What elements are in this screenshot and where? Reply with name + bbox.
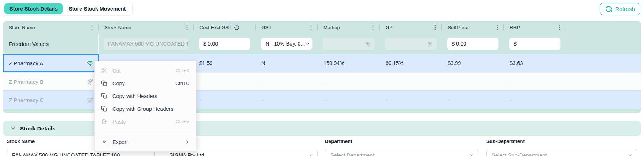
gst-cell[interactable]: - <box>256 91 318 109</box>
menu-item-label: Cut <box>112 68 121 74</box>
sell-price-cell[interactable]: - <box>442 91 504 109</box>
column-header-markup[interactable]: Markup ⋮ <box>318 21 380 34</box>
refresh-label: Refresh <box>615 6 635 12</box>
sell-price-cell[interactable]: - <box>442 73 504 91</box>
markup-cell[interactable]: - <box>318 73 380 91</box>
column-label: Stock Name <box>104 25 131 30</box>
store-name-cell[interactable]: Z Pharmacy C <box>3 91 99 109</box>
store-name-cell[interactable]: Z Pharmacy B <box>3 73 99 91</box>
menu-item-export[interactable]: Export <box>95 136 196 148</box>
context-menu: Cut Ctrl+X Copy Ctrl+C Copy with Headers <box>94 61 196 152</box>
menu-item-shortcut: Ctrl+X <box>176 68 189 73</box>
column-header-gp[interactable]: GP ⋮ <box>380 21 442 34</box>
section-title: Stock Details <box>20 125 55 132</box>
column-header-stock-name[interactable]: Stock Name ⋮ <box>99 21 193 34</box>
copy-icon <box>100 80 108 86</box>
store-name-cell[interactable]: Freedom Values <box>3 34 99 54</box>
stock-name-value: PANAMAX 500 MG UNCOATED TABLET 100 <box>12 152 120 156</box>
cost-cell[interactable]: $1.59 <box>193 54 256 72</box>
grid-header-row: Store Name ⋮ Stock Name ⋮ Cost Excl GST … <box>3 21 641 34</box>
column-menu-icon[interactable]: ⋮ <box>494 24 501 30</box>
gp-cell[interactable]: - <box>380 91 442 109</box>
column-menu-icon[interactable]: ⋮ <box>183 24 191 30</box>
column-separator <box>255 24 256 30</box>
cost-cell[interactable]: - <box>193 91 256 109</box>
markup-input: % <box>323 38 375 50</box>
menu-item-shortcut: Ctrl+V <box>176 119 189 124</box>
markup-cell[interactable]: - <box>318 91 380 109</box>
column-label: Markup <box>323 25 340 30</box>
column-menu-icon[interactable]: ⋮ <box>88 24 96 30</box>
menu-item-label: Copy with Group Headers <box>112 106 173 112</box>
column-separator <box>503 24 504 30</box>
copy-icon <box>100 106 108 112</box>
store-name: Z Pharmacy B <box>9 79 43 85</box>
column-label: Store Name <box>9 25 35 30</box>
chevron-down-icon <box>305 41 310 46</box>
cost-excl-gst-input[interactable]: $ 0.00 <box>199 38 250 50</box>
menu-item-copy[interactable]: Copy Ctrl+C <box>95 77 196 90</box>
column-separator <box>98 24 99 30</box>
wifi-offline-icon <box>87 78 94 86</box>
gst-cell[interactable]: N <box>256 54 318 72</box>
column-separator <box>317 24 318 30</box>
sub-department-placeholder: Select Sub-Department <box>492 152 547 156</box>
column-header-sell-price[interactable]: Sell Price ⋮ <box>442 21 504 34</box>
column-header-gst[interactable]: GST ⋮ <box>256 21 318 34</box>
column-label: RRP <box>510 25 520 30</box>
column-header-cost-excl-gst[interactable]: Cost Excl GST <box>193 21 256 34</box>
percent-suffix: % <box>366 41 370 47</box>
refresh-icon <box>605 5 612 12</box>
store-stock-page: Store Stock Details Store Stock Movement… <box>0 0 644 156</box>
column-header-store-name[interactable]: Store Name ⋮ <box>3 21 99 34</box>
gp-cell[interactable]: 60.15% <box>380 54 442 72</box>
refresh-button[interactable]: Refresh <box>600 3 640 15</box>
column-menu-icon[interactable]: ⋮ <box>432 24 439 30</box>
cost-cell[interactable]: - <box>193 73 256 91</box>
tab-store-stock-details[interactable]: Store Stock Details <box>4 3 63 14</box>
column-label: Cost Excl GST <box>199 25 232 30</box>
column-separator <box>566 24 566 30</box>
stock-name-value: PANAMAX 500 MG UNCOATED TABLET 100 <box>108 41 188 47</box>
column-header-rrp[interactable]: RRP ⋮ <box>504 21 566 34</box>
stock-name-field: PANAMAX 500 MG UNCOATED TABLET 100 <box>104 38 188 50</box>
rrp-input[interactable]: $ <box>509 38 561 50</box>
gp-input: % <box>385 38 437 50</box>
sell-price-input[interactable]: $ 0.00 <box>447 38 499 50</box>
store-name-cell[interactable]: Z Pharmacy A <box>3 54 99 72</box>
menu-item-shortcut: Ctrl+C <box>175 81 189 86</box>
rrp-cell[interactable]: - <box>504 91 566 109</box>
rrp-cell[interactable]: $3.63 <box>504 54 566 72</box>
markup-cell[interactable]: 150.94% <box>318 54 380 72</box>
gp-cell[interactable]: - <box>380 73 442 91</box>
info-icon[interactable] <box>234 25 239 30</box>
column-separator <box>379 24 380 30</box>
menu-item-label: Export <box>112 139 128 145</box>
menu-item-copy-with-headers[interactable]: Copy with Headers <box>95 90 196 102</box>
column-separator <box>98 34 99 54</box>
tab-bar: Store Stock Details Store Stock Movement <box>3 2 133 16</box>
chevron-down-icon <box>10 126 16 131</box>
chevron-down-icon <box>308 153 313 156</box>
chevron-right-icon <box>185 140 189 144</box>
chevron-down-icon <box>628 153 633 156</box>
gst-select[interactable]: N - 10% Buy, 0... <box>261 38 313 50</box>
gst-cell[interactable]: - <box>256 73 318 91</box>
tab-store-stock-movement[interactable]: Store Stock Movement <box>64 3 131 14</box>
column-menu-icon[interactable]: ⋮ <box>369 24 377 30</box>
sub-department-select[interactable]: Select Sub-Department <box>486 149 637 156</box>
column-menu-icon[interactable]: ⋮ <box>556 24 563 30</box>
cost-value: $ 0.00 <box>203 41 218 47</box>
sell-price-cell[interactable]: $3.99 <box>442 54 504 72</box>
menu-item-label: Copy <box>112 81 125 86</box>
store-name: Z Pharmacy C <box>9 97 44 103</box>
menu-item-copy-with-group-headers[interactable]: Copy with Group Headers <box>95 102 196 115</box>
wifi-offline-icon <box>87 96 94 104</box>
rrp-cell[interactable]: - <box>504 73 566 91</box>
gst-selected-value: N - 10% Buy, 0... <box>265 41 305 47</box>
department-label: Department <box>325 139 352 144</box>
column-menu-icon[interactable]: ⋮ <box>307 24 315 30</box>
department-select[interactable]: Select Department <box>325 149 478 156</box>
menu-item-paste: Paste Ctrl+V <box>95 115 196 128</box>
rrp-value: $ <box>514 41 517 47</box>
